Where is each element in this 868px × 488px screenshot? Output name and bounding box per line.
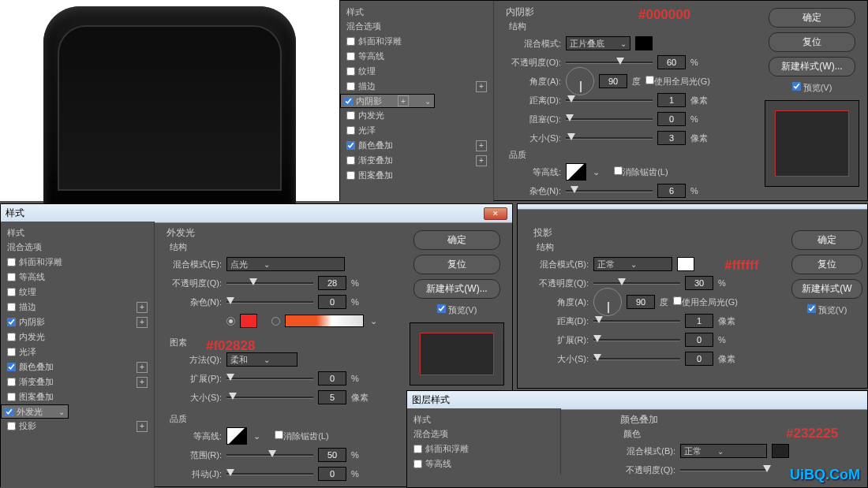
opacity-input[interactable] [685,276,713,290]
cb-innerglow[interactable] [7,333,16,341]
row-patoverlay[interactable]: 图案叠加 [1,389,154,404]
angle-input[interactable] [627,295,655,309]
row-satin[interactable]: 光泽 [1,345,154,359]
ok-button[interactable]: 确定 [791,230,862,250]
cb-stroke[interactable] [7,303,16,311]
jitter-slider[interactable] [226,468,313,479]
cb-global[interactable] [645,76,654,84]
blend-select[interactable]: 正常 [680,444,767,458]
cb-patoverlay[interactable] [7,393,16,401]
row-blend[interactable]: 混合选项 [340,19,493,34]
range-input[interactable] [318,448,346,462]
cb-texture[interactable] [7,288,16,296]
cb-antialias2[interactable] [275,430,283,439]
cb-preview[interactable] [807,304,816,313]
newstyle-button[interactable]: 新建样式(W)... [413,279,500,299]
blend-select[interactable]: 点光 [226,257,345,271]
row-innershadow[interactable]: 内阴影+ [340,94,435,108]
row-coloroverlay[interactable]: 颜色叠加+ [340,138,493,153]
plus-icon[interactable]: + [476,155,487,166]
cb-gradoverlay[interactable] [346,156,355,165]
row-texture[interactable]: 纹理 [340,64,493,79]
cb-preview[interactable] [437,304,446,313]
color-swatch-black[interactable] [635,36,653,50]
spread-slider[interactable] [226,373,313,384]
cb-gradoverlay[interactable] [7,378,16,386]
noise-input[interactable] [318,295,346,309]
angle-dial[interactable] [566,67,594,95]
cb-innerglow[interactable] [346,111,355,120]
method-select[interactable]: 柔和 [226,352,297,367]
ok-button[interactable]: 确定 [769,8,855,28]
row-stroke[interactable]: 描边+ [340,79,493,94]
cb-innershadow[interactable] [344,97,353,106]
jitter-input[interactable] [318,467,346,481]
ok-button[interactable]: 确定 [413,230,500,250]
spread-input[interactable] [318,371,346,386]
plus-icon[interactable]: + [137,421,148,432]
plus-icon[interactable]: + [476,140,487,151]
row-outerglow[interactable]: 外发光 [1,404,69,419]
opacity-slider[interactable] [593,278,680,289]
row-blend[interactable]: 混合选项 [407,427,560,441]
dist-slider[interactable] [593,315,680,326]
dist-input[interactable] [685,314,713,328]
cb-texture[interactable] [346,67,355,76]
blend-select[interactable]: 正常 [593,257,672,271]
row-gradoverlay[interactable]: 渐变叠加+ [340,153,493,168]
newstyle-button[interactable]: 新建样式(W [791,279,862,299]
row-bevel[interactable]: 斜面和浮雕 [407,441,560,456]
row-bevel[interactable]: 斜面和浮雕 [1,255,154,270]
cb-innershadow[interactable] [7,318,16,326]
reset-button[interactable]: 复位 [769,32,855,52]
row-innershadow[interactable]: 内阴影+ [1,315,154,330]
plus-icon[interactable]: + [398,95,409,106]
dist-input[interactable] [657,93,686,107]
contour-picker[interactable] [566,163,586,181]
row-coloroverlay[interactable]: 颜色叠加+ [1,359,154,374]
plus-icon[interactable]: + [137,317,148,328]
choke-slider[interactable] [566,114,653,125]
color-swatch-red[interactable] [240,314,257,328]
cb-contour[interactable] [7,273,16,281]
size-slider[interactable] [593,353,680,364]
row-innerglow[interactable]: 内发光 [340,108,493,123]
newstyle-button[interactable]: 新建样式(W)... [769,57,855,76]
row-innerglow[interactable]: 内发光 [1,330,154,345]
size-input[interactable] [657,131,686,145]
spread-input[interactable] [685,333,713,347]
blend-select[interactable]: 正片叠底 [566,36,630,50]
cb-stroke[interactable] [346,82,355,91]
noise-slider[interactable] [226,296,313,307]
cb-outerglow[interactable] [5,408,13,416]
angle-input[interactable] [599,74,627,88]
dist-slider[interactable] [566,95,653,106]
size-input[interactable] [685,352,713,366]
angle-dial[interactable] [593,288,622,316]
row-patoverlay[interactable]: 图案叠加 [340,168,493,183]
choke-input[interactable] [657,112,686,126]
row-contour[interactable]: 等高线 [407,456,560,471]
plus-icon[interactable]: + [137,362,148,373]
color-swatch-white[interactable] [677,257,694,271]
range-slider[interactable] [226,449,313,460]
opacity-input[interactable] [318,276,346,290]
plus-icon[interactable]: + [476,81,487,92]
row-contour[interactable]: 等高线 [340,49,493,64]
radio-gradient[interactable] [271,317,280,326]
cb-satin[interactable] [7,348,16,356]
cb-contour[interactable] [346,52,355,61]
opacity-slider[interactable] [680,464,767,475]
cb-patoverlay[interactable] [346,171,355,180]
size-input[interactable] [318,390,346,404]
close-icon[interactable]: ✕ [484,207,507,220]
cb-contour[interactable] [413,460,422,468]
opacity-slider[interactable] [226,278,313,289]
row-texture[interactable]: 纹理 [1,285,154,300]
opacity-input[interactable] [657,55,686,69]
color-swatch-dark[interactable] [772,444,789,458]
cb-bevel[interactable] [7,258,16,266]
cb-coloroverlay[interactable] [346,141,355,150]
cb-global2[interactable] [673,296,682,305]
reset-button[interactable]: 复位 [413,255,500,274]
